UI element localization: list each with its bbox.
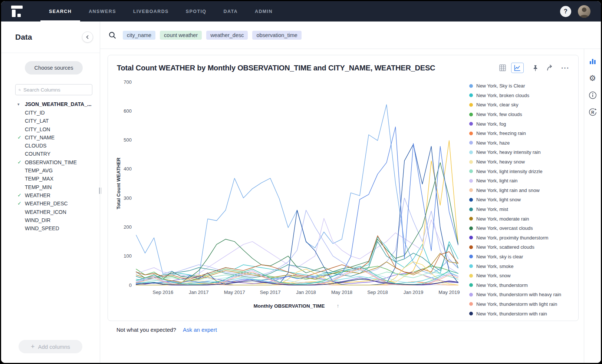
- legend-item[interactable]: New York, moderate rain: [469, 214, 574, 224]
- add-columns-button[interactable]: + Add columns: [19, 340, 82, 353]
- table-view-button[interactable]: [496, 63, 509, 73]
- sidebar-resize-handle[interactable]: [99, 188, 101, 194]
- legend-item[interactable]: New York, scattered clouds: [469, 242, 574, 252]
- legend-label: New York, snow: [476, 273, 511, 278]
- column-item[interactable]: ✓OBSERVATION_TIME: [17, 158, 92, 166]
- legend-label: New York, heavy snow: [476, 159, 525, 165]
- legend-item[interactable]: New York, thunderstorm with light rain: [469, 300, 574, 309]
- legend-label: New York, Sky is Clear: [476, 83, 525, 89]
- avatar[interactable]: [578, 5, 591, 18]
- main-area: city_namecount weatherweather_descobserv…: [100, 21, 601, 363]
- search-token[interactable]: city_name: [123, 31, 155, 40]
- column-label: TEMP_MAX: [25, 175, 53, 183]
- details-button[interactable]: [587, 90, 599, 101]
- legend-label: New York, heavy intensity rain: [476, 149, 540, 155]
- legend-item[interactable]: New York, light rain and snow: [469, 186, 574, 195]
- nav-item-admin[interactable]: ADMIN: [246, 1, 281, 21]
- nav-item-search[interactable]: SEARCH: [40, 1, 80, 21]
- nav-item-answers[interactable]: ANSWERS: [80, 1, 125, 21]
- table-name: JSON_WEATHER_DATA_...: [25, 101, 92, 107]
- collapse-sidebar-button[interactable]: [82, 32, 93, 43]
- r-analysis-button[interactable]: R: [587, 107, 599, 118]
- legend-item[interactable]: New York, freezing rain: [469, 129, 574, 138]
- ask-expert-link[interactable]: Ask an expert: [183, 327, 217, 333]
- legend-item[interactable]: New York, light intensity drizzle: [469, 166, 574, 176]
- legend-item[interactable]: New York, thunderstorm with rain: [469, 309, 574, 318]
- legend-item[interactable]: New York, clear sky: [469, 100, 574, 110]
- legend-item[interactable]: New York, mist: [469, 205, 574, 214]
- legend-item[interactable]: New York, Sky is Clear: [469, 81, 574, 91]
- nav-item-data[interactable]: DATA: [215, 1, 246, 21]
- legend-item[interactable]: New York, light snow: [469, 195, 574, 205]
- caret-down-icon[interactable]: ▾: [17, 102, 25, 107]
- legend-dot: [469, 198, 473, 202]
- legend-item[interactable]: New York, light rain: [469, 176, 574, 186]
- legend-item[interactable]: New York, proximity thunderstorm: [469, 233, 574, 243]
- legend-item[interactable]: New York, snow: [469, 271, 574, 281]
- legend-label: New York, light rain and snow: [476, 188, 540, 193]
- nav-item-spotiq[interactable]: SPOTIQ: [177, 1, 215, 21]
- legend-item[interactable]: New York, fog: [469, 119, 574, 129]
- choose-sources-button[interactable]: Choose sources: [25, 61, 83, 75]
- line-chart-icon: [514, 64, 521, 71]
- right-rail: ⚙ R: [584, 49, 601, 363]
- share-button[interactable]: [546, 63, 555, 72]
- legend-item[interactable]: New York, broken clouds: [469, 91, 574, 100]
- search-token[interactable]: observation_time: [252, 31, 301, 40]
- pin-button[interactable]: [531, 64, 540, 72]
- column-item[interactable]: ✓TEMP_MIN: [17, 183, 92, 191]
- more-options-button[interactable]: ···: [560, 64, 570, 72]
- chart-settings-button[interactable]: ⚙: [587, 73, 599, 84]
- search-bar: city_namecount weatherweather_descobserv…: [100, 21, 601, 49]
- column-item[interactable]: ✓CITY_NAME: [17, 133, 92, 142]
- column-item[interactable]: ✓CITY_LAT: [17, 117, 92, 125]
- change-visualization-button[interactable]: [587, 56, 599, 67]
- thoughtspot-logo-icon[interactable]: [11, 1, 25, 21]
- x-tick-label: Sep 2016: [152, 289, 173, 295]
- nav-item-liveboards[interactable]: LIVEBOARDS: [125, 1, 177, 21]
- chevron-left-icon: [85, 35, 90, 39]
- legend-dot: [469, 179, 473, 183]
- chart-legend: New York, Sky is ClearNew York, broken c…: [468, 75, 576, 318]
- legend-item[interactable]: New York, smoke: [469, 261, 574, 271]
- search-columns-input[interactable]: [23, 87, 89, 93]
- x-tick-label: Jan 2018: [296, 289, 316, 295]
- column-list: ✓CITY_ID✓CITY_LAT✓CITY_LON✓CITY_NAME✓CLO…: [17, 109, 92, 232]
- columns-tree: ▾ JSON_WEATHER_DATA_... ✓CITY_ID✓CITY_LA…: [17, 101, 92, 340]
- x-tick-label: Sep 2017: [260, 289, 281, 295]
- column-item[interactable]: ✓TEMP_MAX: [17, 175, 92, 183]
- legend-item[interactable]: New York, overcast clouds: [469, 224, 574, 233]
- legend-label: New York, sky is clear: [476, 254, 523, 259]
- column-label: WIND_DIR: [25, 216, 50, 224]
- legend-item[interactable]: New York, few clouds: [469, 110, 574, 119]
- line-chart[interactable]: 0100200300400500600700Sep 2016Jan 2017Ma…: [110, 75, 468, 302]
- search-token[interactable]: weather_desc: [206, 31, 248, 40]
- legend-item[interactable]: New York, haze: [469, 138, 574, 148]
- table-node[interactable]: ▾ JSON_WEATHER_DATA_...: [17, 101, 92, 107]
- column-item[interactable]: ✓WEATHER_DESC: [17, 199, 92, 208]
- legend-item[interactable]: New York, thunderstorm: [469, 280, 574, 290]
- legend-label: New York, mist: [476, 206, 508, 212]
- column-item[interactable]: ✓CITY_ID: [17, 109, 92, 117]
- column-item[interactable]: ✓CITY_LON: [17, 125, 92, 133]
- check-icon: ✓: [17, 133, 25, 142]
- column-item[interactable]: ✓CLOUDS: [17, 142, 92, 150]
- column-item[interactable]: ✓WEATHER_ICON: [17, 208, 92, 216]
- legend-item[interactable]: New York, heavy snow: [469, 157, 574, 167]
- column-item[interactable]: ✓WIND_SPEED: [17, 224, 92, 232]
- chart-view-button[interactable]: [511, 63, 524, 73]
- legend-item[interactable]: New York, heavy intensity rain: [469, 148, 574, 157]
- x-tick-label: Sep 2018: [367, 289, 388, 295]
- column-item[interactable]: ✓WIND_DIR: [17, 216, 92, 224]
- answer-content: Total Count WEATHER by Monthly OBSERVATI…: [100, 49, 584, 363]
- legend-item[interactable]: New York, sky is clear: [469, 252, 574, 262]
- search-token[interactable]: count weather: [160, 31, 202, 40]
- column-item[interactable]: ✓TEMP_AVG: [17, 166, 92, 175]
- pin-icon: [532, 64, 539, 72]
- column-item[interactable]: ✓WEATHER: [17, 191, 92, 199]
- sort-ascending-icon[interactable]: ↑: [336, 303, 339, 309]
- legend-item[interactable]: New York, thunderstorm with heavy rain: [469, 290, 574, 300]
- plus-icon: +: [31, 343, 35, 350]
- column-item[interactable]: ✓COUNTRY: [17, 150, 92, 158]
- help-button[interactable]: ?: [560, 6, 571, 17]
